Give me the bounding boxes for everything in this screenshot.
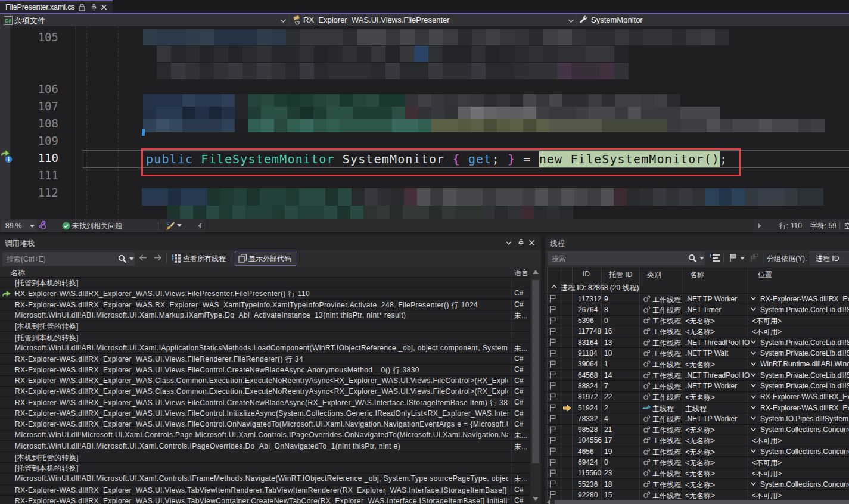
- flag-icon[interactable]: [549, 306, 556, 313]
- flag-icon[interactable]: [549, 447, 556, 455]
- view-all-threads-button[interactable]: 查看所有线程: [170, 251, 229, 266]
- call-stack-frame-row[interactable]: RX-Explorer-WAS.dll!RX_Explorer_WAS.Clas…: [0, 376, 530, 387]
- expand-location-chevron-icon[interactable]: [751, 307, 756, 311]
- expand-callstack-icon[interactable]: [710, 253, 720, 263]
- thread-row[interactable]: 1173129工作线程.NET TP WorkerRX-Explorer-WAS…: [545, 294, 849, 304]
- flag-icon[interactable]: [549, 360, 556, 368]
- flag-icon[interactable]: [549, 350, 556, 357]
- window-position-chevron-icon[interactable]: [506, 241, 512, 245]
- flag-icon[interactable]: [549, 382, 556, 390]
- code-line-110[interactable]: public FileSystemMonitor SystemMonitor {…: [146, 151, 727, 167]
- thread-row[interactable]: 9118410工作线程.NET TP WaitSystem.Private.Co…: [545, 349, 849, 359]
- call-stack-frame-row[interactable]: [托管到本机的转换]: [0, 463, 530, 474]
- call-stack-search-input[interactable]: 搜索(Ctrl+E): [2, 252, 135, 266]
- flag-icon[interactable]: [729, 253, 737, 262]
- document-tab[interactable]: FilePresenter.xaml.cs: [0, 0, 113, 13]
- collapse-chevron-icon[interactable]: [551, 285, 557, 288]
- scroll-down-arrow[interactable]: [533, 497, 539, 501]
- thread-row[interactable]: 465619工作线程<无名称>System.Collections.Concur…: [545, 446, 849, 457]
- flag-icon[interactable]: [549, 393, 556, 401]
- pin-panel-icon[interactable]: [518, 239, 524, 247]
- flag-icon[interactable]: [549, 437, 556, 444]
- thread-row[interactable]: 8316413工作线程.NET ThreadPool IOSystem.Priv…: [545, 337, 849, 348]
- call-stack-frame-row[interactable]: RX-Explorer-WAS.dll!RX_Explorer_WAS.UI.V…: [0, 409, 530, 419]
- show-external-code-button[interactable]: 显示外部代码: [235, 251, 296, 266]
- thread-row[interactable]: 694240工作线程<无名称><不可用>: [545, 458, 849, 468]
- thread-row[interactable]: 11774816工作线程<无名称><不可用>: [545, 326, 849, 337]
- call-stack-frame-row[interactable]: RX-Explorer-WAS.dll!RX_Explorer_WAS.RX_E…: [0, 300, 530, 310]
- flag-icon[interactable]: [549, 415, 556, 422]
- call-stack-frame-row[interactable]: Microsoft.WinUI.dll!ABI.Microsoft.UI.Xam…: [0, 310, 530, 321]
- horizontal-scrollbar[interactable]: [545, 500, 849, 504]
- column-header-id[interactable]: ID: [583, 270, 590, 278]
- thread-group-row[interactable]: 进程 ID: 82868 (20 线程): [545, 281, 849, 294]
- call-stack-frame-row[interactable]: [本机到托管的转换]: [0, 452, 530, 463]
- code-cleanup-brush-icon[interactable]: [165, 221, 175, 231]
- pin-icon[interactable]: [91, 4, 97, 11]
- chevron-down-icon[interactable]: [699, 257, 704, 260]
- expand-location-chevron-icon[interactable]: [751, 362, 756, 366]
- scroll-right-arrow[interactable]: [757, 223, 762, 229]
- flag-icon[interactable]: [549, 317, 556, 325]
- search-icon[interactable]: [118, 254, 127, 263]
- call-stack-title-bar[interactable]: 调用堆栈: [0, 236, 541, 250]
- navigate-back-icon[interactable]: [139, 254, 147, 262]
- flag-icon[interactable]: [549, 491, 556, 499]
- expand-location-chevron-icon[interactable]: [751, 340, 756, 344]
- column-header-name[interactable]: 名称: [11, 268, 25, 278]
- expand-location-chevron-icon[interactable]: [751, 351, 756, 355]
- column-header-category[interactable]: 类别: [647, 270, 661, 280]
- call-stack-frame-row[interactable]: RX-Explorer-WAS.dll!RX_Explorer_WAS.UI.V…: [0, 397, 530, 408]
- thread-row[interactable]: 11556023工作线程<无名称><不可用>: [545, 468, 849, 479]
- scroll-left-arrow[interactable]: [546, 500, 551, 504]
- expand-location-chevron-icon[interactable]: [751, 384, 756, 387]
- scroll-up-arrow[interactable]: [533, 270, 539, 274]
- flag-icon[interactable]: [549, 480, 556, 488]
- zoom-control[interactable]: 89 %: [1, 220, 37, 232]
- thread-row[interactable]: 519242主线程主线程RX-Explorer-WAS.dll!RX_Explo…: [545, 403, 849, 413]
- code-editor[interactable]: 105106107108109110111112 public FileSyst…: [0, 26, 849, 219]
- nav-member-dropdown[interactable]: SystemMonitor: [591, 15, 643, 24]
- thread-row[interactable]: 10455617工作线程<无名称><不可用>: [545, 435, 849, 446]
- group-flags-icon[interactable]: [750, 253, 759, 262]
- code-health-icon[interactable]: [38, 221, 46, 230]
- flag-icon[interactable]: [549, 338, 556, 346]
- call-stack-frame-row[interactable]: RX-Explorer-WAS.dll!RX_Explorer_WAS.Clas…: [0, 387, 530, 397]
- scrollbar-thumb[interactable]: [532, 280, 539, 463]
- horizontal-scrollbar[interactable]: [206, 219, 754, 232]
- nav-type-dropdown[interactable]: RX_Explorer_WAS.UI.Views.FilePresenter: [303, 15, 450, 24]
- call-stack-frame-row[interactable]: RX-Explorer-WAS.dll!RX_Explorer_WAS.UI.V…: [0, 485, 530, 496]
- nav-project-dropdown[interactable]: 杂项文件: [14, 15, 45, 26]
- thread-row[interactable]: 9852821工作线程<无名称>System.Collections.Concu…: [545, 425, 849, 435]
- thread-row[interactable]: 9228015工作线程<无名称><不可用>: [545, 490, 849, 500]
- thread-row[interactable]: 783324工作线程.NET TP WorkerSystem.IO.Pipes.…: [545, 413, 849, 424]
- scroll-left-arrow[interactable]: [197, 223, 202, 229]
- thread-row[interactable]: 888247工作线程.NET TP WorkerSystem.Private.C…: [545, 381, 849, 391]
- expand-location-chevron-icon[interactable]: [751, 373, 756, 377]
- thread-row[interactable]: 53960工作线程<无名称><不可用>: [545, 316, 849, 326]
- call-stack-frame-row[interactable]: RX-Explorer-WAS.dll!RX_Explorer_WAS.UI.V…: [0, 354, 530, 365]
- expand-location-chevron-icon[interactable]: [751, 482, 756, 486]
- thread-row[interactable]: 8197222工作线程<无名称>RX-Explorer-WAS.dll!RX_E…: [545, 392, 849, 403]
- search-icon[interactable]: [688, 254, 697, 263]
- call-stack-frame-row[interactable]: RX-Explorer-WAS.dll!RX_Explorer_WAS.UI.V…: [0, 288, 530, 299]
- call-stack-frame-row[interactable]: Microsoft.WinUI.dll!Microsoft.UI.Xaml.Co…: [0, 430, 530, 441]
- column-header-name[interactable]: 名称: [690, 270, 704, 280]
- flag-icon[interactable]: [549, 371, 556, 379]
- thread-row[interactable]: 6456814工作线程.NET ThreadPool IOSystem.Priv…: [545, 370, 849, 381]
- call-stack-frame-row[interactable]: [本机到托管的转换]: [0, 321, 530, 332]
- threads-search-input[interactable]: 搜索: [548, 251, 705, 265]
- column-header-location[interactable]: 位置: [758, 270, 772, 280]
- expand-location-chevron-icon[interactable]: [751, 416, 756, 420]
- scrollbar-thumb[interactable]: [555, 500, 849, 504]
- threads-title-bar[interactable]: 线程: [545, 236, 849, 250]
- thread-row[interactable]: 390641工作线程<无名称>WinRT.Runtime.dll!ABI.Win…: [545, 359, 849, 370]
- chevron-down-icon[interactable]: [740, 257, 745, 260]
- call-stack-frame-row[interactable]: [托管到本机的转换]: [0, 278, 530, 288]
- expand-location-chevron-icon[interactable]: [751, 406, 756, 409]
- flag-icon[interactable]: [549, 459, 556, 466]
- call-stack-frame-row[interactable]: Microsoft.WinUI.dll!ABI.Microsoft.UI.Xam…: [0, 343, 530, 354]
- flag-icon[interactable]: [549, 404, 556, 412]
- expand-location-chevron-icon[interactable]: [751, 449, 756, 453]
- call-stack-frame-row[interactable]: Microsoft.WinUI.dll!ABI.Microsoft.UI.Xam…: [0, 474, 530, 484]
